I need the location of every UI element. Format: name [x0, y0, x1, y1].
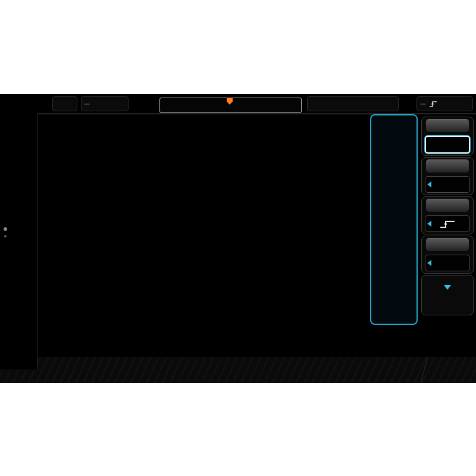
bezel-dot: [4, 227, 7, 231]
slope-value-button[interactable]: [425, 215, 470, 232]
type-block: [421, 117, 474, 156]
sweep-value-button[interactable]: [425, 255, 470, 271]
sidebar-title: [0, 114, 37, 117]
source-value-button[interactable]: [425, 176, 470, 193]
return-icon[interactable]: [371, 115, 416, 126]
rising-edge-icon: [437, 219, 458, 230]
source-label: [426, 159, 469, 173]
measure-sidebar: [0, 114, 37, 369]
bezel-dot: [4, 235, 7, 237]
chevron-left-icon: [427, 260, 431, 266]
chevron-left-icon: [427, 221, 431, 227]
chevron-left-icon: [427, 181, 431, 187]
sweep-block: [421, 236, 474, 274]
source-block: [421, 157, 474, 195]
sweep-label: [426, 238, 469, 251]
type-label: [426, 119, 469, 132]
type-value-button[interactable]: [425, 136, 470, 154]
trigger-type-menu: [370, 114, 418, 325]
slope-label: [426, 199, 469, 212]
oscilloscope-screen: [0, 94, 476, 383]
soft-menu: [421, 94, 474, 383]
page: [0, 0, 476, 476]
setting-block[interactable]: [421, 275, 474, 315]
slope-block: [421, 196, 474, 234]
chevron-down-icon: [444, 285, 451, 290]
channel-bar: [0, 357, 476, 383]
